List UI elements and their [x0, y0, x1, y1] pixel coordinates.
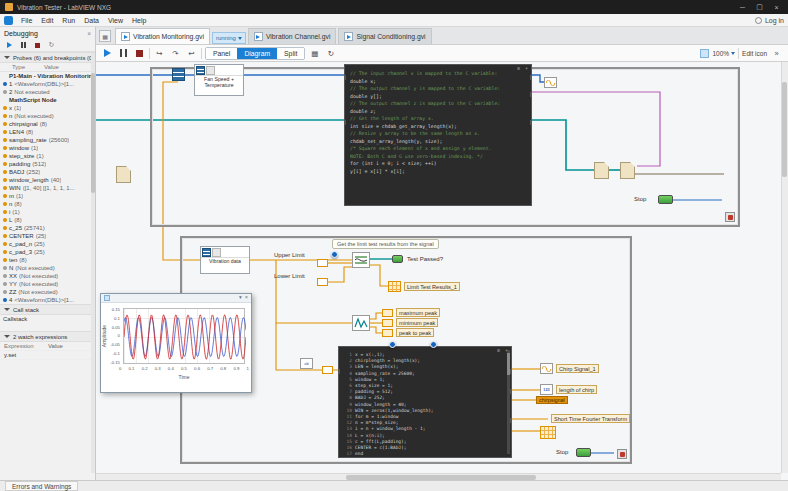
comment-bubble[interactable]: Get the limit test results from the sign… — [332, 239, 439, 249]
probe-row[interactable]: padding (512) — [0, 160, 95, 168]
mathscript-node[interactable]: ≡ ▾ 1 x = x(:,1); 2 chirplength = length… — [338, 346, 512, 458]
probes-section-header[interactable]: Probes (6) and breakpoints (0) — [0, 52, 95, 63]
array-output-indicator-icon[interactable] — [544, 77, 557, 88]
probe-row[interactable]: P1-Main - Vibration Monitoring.gvi — [0, 72, 95, 80]
navigation-icon[interactable]: ▦ — [99, 30, 111, 42]
horizontal-scrollbar[interactable] — [96, 473, 781, 480]
probe-row[interactable]: window (1) — [0, 144, 95, 152]
debug-refresh-icon[interactable]: ↻ — [46, 40, 57, 51]
step-out-button[interactable]: ↩ — [185, 47, 198, 60]
daq-device-icon[interactable] — [172, 68, 185, 81]
stft-array-indicator-icon[interactable] — [540, 426, 556, 439]
peak-measurement-node[interactable] — [352, 315, 370, 331]
output-terminal[interactable] — [510, 369, 512, 374]
probe-row[interactable]: c_pad_3 (25) — [0, 248, 95, 256]
chirp-waveform-indicator-icon[interactable] — [540, 363, 553, 374]
probe-row[interactable]: BADJ (252) — [0, 168, 95, 176]
watch-row[interactable]: y.set — [0, 351, 95, 360]
close-panel-icon[interactable]: × — [87, 30, 91, 37]
probe-row[interactable]: LEN4 (8) — [0, 128, 95, 136]
probe-row[interactable]: chirpsignal (8) — [0, 120, 95, 128]
maximize-button[interactable]: ▢ — [753, 3, 766, 11]
probe-row[interactable]: 4 <Waveform(DBL)>[1... — [0, 296, 95, 304]
tab-vibration-monitoring[interactable]: Vibration Monitoring.gvi — [115, 28, 210, 44]
edit-icon-button[interactable]: Edit icon — [742, 50, 767, 57]
debug-pause-icon[interactable] — [18, 40, 29, 51]
tab-vibration-channel[interactable]: Vibration Channel.gvi — [248, 28, 337, 44]
view-split-button[interactable]: Split — [277, 48, 304, 59]
probe-row[interactable]: x (1) — [0, 104, 95, 112]
output-terminal[interactable] — [510, 389, 512, 394]
wire-tool-button[interactable]: ↻ — [324, 47, 337, 60]
callstack-item[interactable]: Callstack — [0, 315, 95, 323]
probe-window-titlebar[interactable]: ▾ × — [101, 294, 251, 303]
menu-item[interactable]: View — [104, 17, 127, 24]
probe-row[interactable]: XX (Not executed) — [0, 272, 95, 280]
probe-row[interactable]: i (1) — [0, 208, 95, 216]
loop-condition-terminal[interactable] — [725, 212, 735, 222]
pin-icon[interactable]: ▾ — [239, 295, 242, 301]
zoom-control[interactable]: 100% — [712, 50, 735, 57]
sidebar-scrollbar[interactable] — [91, 53, 95, 473]
chirpsignal-tag[interactable]: chirpsignal — [536, 396, 568, 404]
fan-speed-temperature-node[interactable]: Fan Speed + Temperature — [194, 64, 244, 96]
probe-graph-window[interactable]: ▾ × Amplitude 0.150.10.050-0.05-0.1-0.15… — [100, 293, 252, 393]
c-script-node[interactable]: ≡ ▾ // The input channel x is mapped to … — [344, 64, 532, 206]
limit-results-array-icon[interactable] — [388, 281, 401, 292]
input-terminal[interactable] — [344, 75, 346, 80]
step-over-button[interactable]: ↷ — [169, 47, 182, 60]
probe-row[interactable]: L (8) — [0, 216, 95, 224]
running-state-dropdown[interactable]: running — [212, 32, 246, 44]
probe-marker[interactable] — [331, 251, 338, 258]
vibration-data-node[interactable]: Vibration data — [200, 246, 250, 274]
scrollbar-thumb[interactable] — [782, 82, 787, 177]
probe-row[interactable]: MathScript Node — [0, 96, 95, 104]
output-terminal[interactable] — [530, 120, 532, 125]
probe-row[interactable]: ten (8) — [0, 256, 95, 264]
input-terminal[interactable] — [344, 120, 346, 125]
menu-item[interactable]: Help — [128, 17, 150, 24]
probe-marker[interactable] — [389, 341, 396, 348]
probe-row[interactable]: m (1) — [0, 192, 95, 200]
test-passed-led[interactable] — [392, 255, 403, 263]
clean-up-diagram-button[interactable]: ▦ — [308, 47, 321, 60]
upper-limit-constant[interactable] — [317, 259, 328, 267]
callstack-section-header[interactable]: Call stack — [0, 304, 95, 315]
step-into-button[interactable]: ↪ — [153, 47, 166, 60]
menu-item[interactable]: Run — [58, 17, 79, 24]
max-peak-indicator[interactable] — [382, 309, 393, 317]
tab-signal-conditioning[interactable]: Signal Conditioning.gvi — [338, 28, 431, 44]
minimap-icon[interactable] — [700, 49, 709, 58]
block-diagram-canvas[interactable]: Fan Speed + Temperature ≡ ▾ // The input… — [96, 62, 788, 480]
peak-to-peak-indicator[interactable] — [382, 329, 393, 337]
vertical-scrollbar[interactable] — [781, 62, 788, 473]
probe-row[interactable]: c_25 (25741) — [0, 224, 95, 232]
write-file-icon[interactable] — [620, 162, 635, 179]
menu-item[interactable]: File — [17, 17, 36, 24]
stop-button-led[interactable] — [576, 448, 591, 457]
output-terminal[interactable] — [510, 418, 512, 423]
debug-stop-icon[interactable] — [32, 40, 43, 51]
output-terminal[interactable] — [530, 75, 532, 80]
write-file-icon[interactable] — [594, 162, 609, 179]
probe-row[interactable]: ZZ (Not executed) — [0, 288, 95, 296]
stop-button-led[interactable] — [658, 195, 673, 204]
input-terminal[interactable] — [338, 369, 340, 374]
errors-warnings-tab[interactable]: Errors and Warnings — [5, 481, 78, 491]
minimize-button[interactable]: ─ — [736, 4, 749, 11]
min-peak-indicator[interactable] — [382, 319, 393, 327]
collapse-panel-icon[interactable]: » — [770, 47, 783, 60]
script-scrollbar[interactable] — [507, 350, 510, 454]
login-button[interactable]: Log in — [755, 17, 784, 24]
view-panel-button[interactable]: Panel — [206, 48, 237, 59]
probe-row[interactable]: window_length (40) — [0, 176, 95, 184]
probe-row[interactable]: n (Not executed) — [0, 112, 95, 120]
probe-row[interactable]: WIN ([1, 40] [[1, 1, 1, 1... — [0, 184, 95, 192]
numeric-indicator-icon[interactable]: 123 — [540, 384, 553, 395]
read-file-icon[interactable] — [116, 166, 131, 183]
script-node-menu-icon[interactable]: ≡ ▾ — [517, 65, 529, 73]
debug-run-icon[interactable] — [4, 40, 15, 51]
probe-row[interactable]: c_pad_n (25) — [0, 240, 95, 248]
watch-section-header[interactable]: 2 watch expressions — [0, 331, 95, 342]
probe-row[interactable]: 1 <Waveform(DBL)>[1... — [0, 80, 95, 88]
